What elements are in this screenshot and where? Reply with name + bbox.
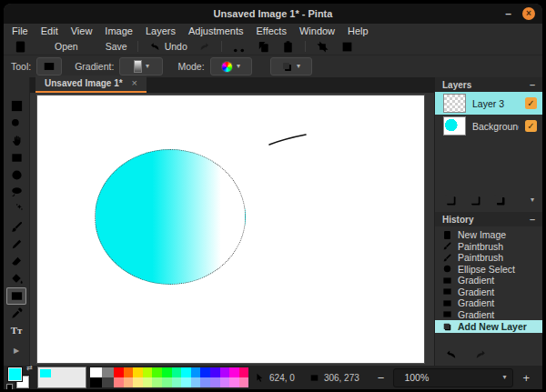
palette-swatch[interactable] [191, 377, 201, 387]
palette-swatch[interactable] [220, 377, 230, 387]
palette-swatch[interactable] [181, 367, 191, 377]
palette-swatch[interactable] [191, 367, 201, 377]
zoom-out-button[interactable]: − [372, 371, 390, 385]
layer-row-background[interactable]: Background [435, 115, 542, 137]
palette-swatch[interactable] [210, 377, 220, 387]
history-item[interactable]: Ellipse Select [435, 264, 542, 276]
pencil-tool[interactable] [6, 236, 26, 253]
zoom-level-combo[interactable]: 100% [393, 368, 513, 387]
eraser-tool[interactable] [6, 253, 26, 270]
palette-swatch[interactable] [90, 367, 102, 377]
palette-swatch[interactable] [229, 367, 239, 377]
palette-swatch[interactable] [220, 367, 230, 377]
add-layer-button[interactable] [443, 193, 458, 207]
tab-close-icon[interactable]: × [132, 78, 137, 88]
recent-color-swatch[interactable] [40, 369, 51, 377]
current-tool-button[interactable] [36, 57, 62, 75]
history-item[interactable]: Gradient [435, 297, 542, 309]
history-item[interactable]: Gradient [435, 286, 542, 298]
palette-swatch[interactable] [124, 377, 134, 387]
deselect-button[interactable] [336, 38, 359, 55]
visibility-checkbox[interactable] [525, 97, 537, 109]
menu-adjustments[interactable]: Adjustments [182, 25, 250, 36]
pan-tool[interactable] [6, 132, 26, 149]
palette-swatch[interactable] [229, 377, 239, 387]
menu-view[interactable]: View [65, 25, 99, 36]
history-item[interactable]: New Image [435, 229, 542, 241]
palette-swatch[interactable] [181, 377, 191, 387]
history-item[interactable]: Gradient [435, 275, 542, 286]
redo-button[interactable] [194, 38, 216, 55]
duplicate-layer-button[interactable] [492, 193, 507, 207]
palette-swatch[interactable] [143, 367, 153, 377]
history-undo-button[interactable] [444, 347, 458, 361]
titlebar[interactable]: Unsaved Image 1* - Pinta – × [4, 4, 542, 24]
blend-mode-dropdown[interactable] [270, 57, 312, 75]
color-picker-tool[interactable] [6, 305, 26, 322]
recently-used-colors[interactable] [37, 367, 86, 388]
new-image-button[interactable] [9, 38, 32, 55]
menu-image[interactable]: Image [98, 25, 139, 36]
palette-swatch[interactable] [133, 377, 143, 387]
history-redo-button[interactable] [474, 347, 488, 361]
menu-layers[interactable]: Layers [139, 25, 182, 36]
color-mode-dropdown[interactable] [210, 57, 252, 75]
open-button[interactable]: Open [34, 38, 83, 55]
gradient-tool[interactable] [6, 287, 26, 305]
more-tools-indicator[interactable]: ▶ [14, 347, 19, 355]
magic-wand-tool[interactable] [6, 201, 26, 218]
palette-swatch[interactable] [114, 377, 124, 387]
palette-swatch[interactable] [200, 367, 210, 377]
layers-collapse-button[interactable]: – [530, 81, 535, 88]
rectangle-select-tool[interactable] [6, 149, 26, 166]
close-button[interactable]: × [522, 7, 535, 20]
move-selection-tool[interactable] [6, 80, 26, 97]
history-collapse-button[interactable]: – [530, 216, 535, 223]
paintbrush-tool[interactable] [6, 218, 26, 236]
move-selected-tool[interactable] [6, 97, 26, 115]
crop-to-selection-button[interactable] [311, 38, 334, 55]
palette-swatch[interactable] [152, 377, 162, 387]
palette-swatch[interactable] [114, 367, 124, 377]
zoom-in-button[interactable]: + [517, 371, 535, 385]
paint-bucket-tool[interactable] [6, 270, 26, 287]
save-button[interactable]: Save [85, 38, 132, 55]
palette-swatch[interactable] [143, 377, 153, 387]
delete-layer-button[interactable] [468, 193, 482, 207]
primary-color-swatch[interactable] [8, 367, 22, 381]
lasso-select-tool[interactable] [6, 184, 26, 201]
visibility-checkbox[interactable] [525, 120, 537, 132]
swap-colors-icon[interactable]: ⇄ [26, 365, 33, 372]
tab-unsaved-image[interactable]: Unsaved Image 1* × [35, 75, 147, 93]
palette-swatch[interactable] [162, 377, 172, 387]
palette-swatch[interactable] [172, 377, 182, 387]
minimize-button[interactable]: – [505, 9, 511, 18]
palette-swatch[interactable] [200, 377, 210, 387]
palette-swatch[interactable] [90, 377, 102, 387]
menu-file[interactable]: File [5, 25, 35, 36]
palette-swatch[interactable] [162, 367, 172, 377]
undo-button[interactable]: Undo [144, 38, 192, 55]
history-item[interactable]: Paintbrush [435, 241, 542, 253]
layer-row-layer3[interactable]: Layer 3 [435, 92, 542, 115]
text-tool[interactable]: Tт [6, 322, 26, 339]
palette-swatch[interactable] [210, 367, 220, 377]
zoom-tool[interactable] [6, 115, 26, 132]
palette-swatch[interactable] [239, 367, 249, 377]
palette-swatch[interactable] [239, 377, 249, 387]
ellipse-select-tool[interactable] [6, 166, 26, 184]
reset-colors-icon[interactable] [6, 383, 14, 390]
palette-swatch[interactable] [102, 377, 114, 387]
gradient-type-dropdown[interactable] [119, 57, 163, 75]
canvas[interactable] [37, 95, 424, 363]
layer-menu-dropdown[interactable] [531, 196, 534, 204]
palette-swatch[interactable] [152, 367, 162, 377]
copy-button[interactable] [252, 38, 275, 55]
palette-swatch[interactable] [172, 367, 182, 377]
paste-button[interactable] [277, 38, 299, 55]
primary-secondary-color-widget[interactable]: ⇄ [8, 367, 31, 388]
menu-effects[interactable]: Effects [250, 25, 293, 36]
menu-edit[interactable]: Edit [35, 25, 65, 36]
history-item[interactable]: Gradient [435, 309, 542, 321]
cut-button[interactable] [228, 38, 250, 55]
